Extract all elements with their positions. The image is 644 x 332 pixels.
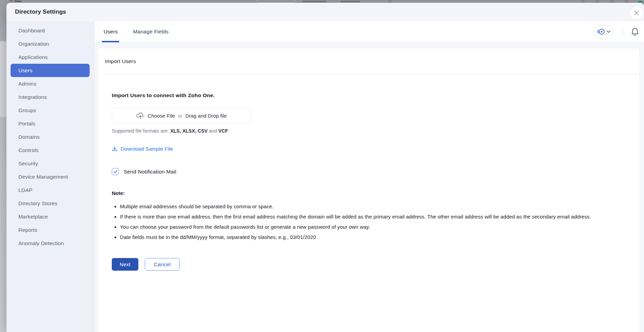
next-button[interactable]: Next [112,258,138,271]
sidebar-item-label: LDAP [18,187,32,193]
close-button[interactable] [630,7,643,19]
sidebar-item-label: Reports [18,227,37,233]
tab-users[interactable]: Users [104,21,118,42]
import-users-card: Import Users Import Users to connect wit… [98,48,640,332]
header-divider [623,27,623,36]
header-actions [593,25,640,38]
sidebar-item-label: Integrations [18,94,47,100]
sidebar-item-organization[interactable]: Organization [11,37,90,50]
backdrop-search-icon [581,0,584,3]
directory-settings-modal: Directory Settings Dashboard Organizatio… [6,3,644,332]
chevron-down-icon [607,30,611,33]
note-title: Note: [112,190,626,196]
action-buttons: Next Cancel [112,258,626,271]
settings-sidebar: Dashboard Organization Applications User… [6,21,95,332]
sidebar-item-directory-stores[interactable]: Directory Stores [11,197,90,210]
tab-bar: Users Manage Fields [95,21,644,43]
backdrop-text-fragment [303,1,326,2]
sidebar-item-device-management[interactable]: Device Management [11,170,90,183]
sidebar-item-security[interactable]: Security [11,157,90,170]
tab-label: Manage Fields [133,29,168,35]
formats-conjunction: and [208,128,218,134]
formats-group1: XLS, XLSX, CSV [170,128,208,134]
guide-dropdown-button[interactable] [593,25,614,38]
close-icon [634,10,639,16]
play-circle-icon [597,28,605,35]
checkmark-icon [113,170,118,173]
zoho-brand-text: Zoho [15,0,21,3]
sidebar-item-portals[interactable]: Portals [11,117,90,130]
modal-title: Directory Settings [15,9,66,15]
backdrop-zoho-logo: Zoho [10,0,21,3]
download-sample-file-link[interactable]: Download Sample File [112,146,173,152]
sidebar-item-label: Organization [18,41,49,47]
sidebar-item-label: Groups [18,107,36,114]
sidebar-item-groups[interactable]: Groups [11,104,90,117]
sidebar-item-dashboard[interactable]: Dashboard [11,24,90,37]
download-sample-file-label: Download Sample File [121,146,173,152]
main-panel: Users Manage Fields [95,21,644,332]
backdrop-plus-icon [596,0,599,3]
note-item: You can choose your password from the de… [120,222,594,232]
active-tab-underline [102,41,119,42]
section-heading: Import Users to connect with Zoho One. [112,92,626,99]
file-upload-dropzone[interactable]: Choose File or Drag and Drop file [112,108,251,124]
sidebar-item-domains[interactable]: Domains [11,130,90,144]
modal-header: Directory Settings [6,3,644,21]
sidebar-item-admins[interactable]: Admins [11,77,90,90]
sidebar-item-label: Controls [18,147,39,153]
backdrop-grid-icon [388,0,392,3]
sidebar-item-users[interactable]: Users [11,64,90,77]
choose-file-label[interactable]: Choose File [148,113,175,119]
bell-icon [630,27,640,36]
sidebar-item-ldap[interactable]: LDAP [11,183,90,197]
sidebar-item-label: Directory Stores [18,200,57,207]
sidebar-item-label: Admins [18,81,36,87]
sidebar-item-reports[interactable]: Reports [11,223,90,237]
note-item: Multiple email addresses should be separ… [120,201,594,212]
formats-group2: VCF [218,128,228,134]
sidebar-item-applications[interactable]: Applications [11,50,90,64]
backdrop-box-icon [625,0,628,3]
drag-drop-label: Drag and Drop file [185,113,227,119]
sidebar-item-label: Applications [18,54,48,60]
note-item: If there is more than one email address,… [120,212,594,222]
sidebar-item-label: Marketplace [18,214,48,220]
cloud-upload-icon [136,112,144,120]
card-header: Import Users [98,48,640,75]
sidebar-item-label: Security [18,161,38,167]
sidebar-item-label: Users [18,67,32,74]
sidebar-item-label: Device Management [18,174,68,180]
note-list: Multiple email addresses should be separ… [112,201,626,242]
supported-formats-text: Supported file formats are: XLS, XLSX, C… [112,128,626,134]
sidebar-item-controls[interactable]: Controls [11,144,90,157]
send-notification-label[interactable]: Send Notification Mail [124,169,176,175]
download-icon [112,146,118,152]
backdrop-text-fragment [341,1,360,2]
formats-prefix: Supported file formats are: [112,128,170,134]
card-title: Import Users [105,58,136,64]
sidebar-item-label: Portals [18,121,35,127]
sidebar-item-label: Dashboard [18,28,45,34]
backdrop-left-panel [0,41,6,117]
tab-label: Users [104,29,118,35]
card-body: Import Users to connect with Zoho One. C… [98,75,640,271]
sidebar-item-marketplace[interactable]: Marketplace [11,210,90,223]
sidebar-item-label: Domains [18,134,40,140]
backdrop-search-box [257,0,295,3]
sidebar-item-integrations[interactable]: Integrations [11,90,90,104]
cancel-button[interactable]: Cancel [145,258,180,271]
sidebar-item-anomaly-detection[interactable]: Anomaly Detection [11,237,90,250]
tab-manage-fields[interactable]: Manage Fields [133,21,168,42]
note-item: Date fields must be in the dd/MM/yyyy fo… [120,232,594,242]
content-area: Import Users Import Users to connect wit… [95,43,644,332]
backdrop-left-strip [0,3,6,332]
send-notification-checkbox[interactable] [112,168,119,175]
upload-or-label: or [178,113,182,119]
notifications-button[interactable] [630,27,640,36]
backdrop-apps-icon [610,0,614,3]
notification-checkbox-row: Send Notification Mail [112,168,626,175]
sidebar-item-label: Anomaly Detection [18,240,64,246]
